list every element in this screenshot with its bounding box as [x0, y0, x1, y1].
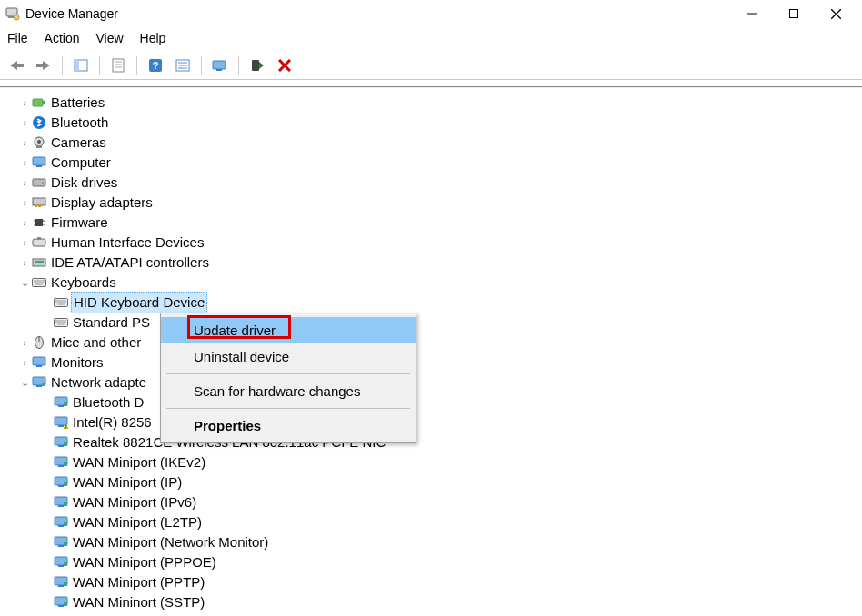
network-adapter-icon [53, 515, 69, 530]
tree-node-bluetooth[interactable]: ›Bluetooth [0, 113, 862, 133]
tree-node-kb-std[interactable]: Standard PS [0, 313, 862, 333]
tree-node-firmware[interactable]: ›Firmware [0, 213, 862, 233]
minimize-button[interactable] [731, 0, 773, 27]
tree-node-net-intel[interactable]: !Intel(R) 8256 [0, 412, 862, 432]
tree-node-ide[interactable]: ›IDE ATA/ATAPI controllers [0, 253, 862, 273]
tree-node-computer[interactable]: ›Computer [0, 153, 862, 173]
properties-icon[interactable] [107, 55, 129, 76]
tree-node-wan-sstp[interactable]: WAN Mininort (SSTP) [0, 592, 862, 612]
tree-node-label: HID Keyboard Device [74, 294, 205, 310]
svg-rect-45 [33, 239, 45, 246]
tree-node-wan-ikev2[interactable]: WAN Miniport (IKEv2) [0, 452, 862, 472]
tree-node-label: Batteries [51, 94, 105, 110]
svg-rect-39 [38, 205, 41, 207]
svg-rect-23 [252, 60, 259, 71]
svg-rect-66 [36, 385, 42, 387]
tree-node-display[interactable]: ›Display adapters [0, 193, 862, 213]
tree-node-label: Keyboards [51, 274, 116, 290]
svg-rect-33 [33, 157, 45, 165]
tree-node-label: WAN Miniport (Network Monitor) [73, 534, 268, 550]
svg-rect-86 [64, 502, 67, 506]
context-menu-update-driver[interactable]: Update driver [161, 317, 416, 343]
expand-icon[interactable]: › [18, 133, 31, 153]
svg-rect-70 [64, 402, 67, 406]
tree-node-kb-hid[interactable]: HID Keyboard Device [0, 293, 862, 313]
expand-icon[interactable]: › [18, 353, 31, 373]
network-adapter-icon [53, 435, 69, 450]
expand-icon[interactable]: › [18, 173, 31, 193]
menu-view[interactable]: View [95, 31, 123, 45]
chip-icon [31, 215, 47, 230]
tree-node-label: WAN Miniport (PPTP) [73, 574, 205, 590]
tree-node-network[interactable]: ⌄Network adapte [0, 373, 862, 392]
expand-icon[interactable]: › [18, 113, 31, 133]
svg-text:?: ? [153, 60, 159, 71]
enable-device-icon[interactable] [246, 55, 268, 76]
tree-node-wan-netmon[interactable]: WAN Miniport (Network Monitor) [0, 532, 862, 552]
svg-rect-95 [64, 562, 67, 566]
collapse-icon[interactable]: ⌄ [18, 373, 31, 392]
monitor-icon [31, 355, 47, 370]
tree-node-net-bt[interactable]: Bluetooth D [0, 392, 862, 412]
menu-file[interactable]: File [7, 31, 28, 45]
network-adapter-icon [53, 595, 69, 610]
tree-node-mice[interactable]: ›Mice and other [0, 333, 862, 353]
tree-node-net-realtek[interactable]: Realtek 8821CE Wireless LAN 802.11ac PCI… [0, 432, 862, 452]
tree-node-batteries[interactable]: ›Batteries [0, 93, 862, 113]
menu-action[interactable]: Action [45, 31, 80, 45]
svg-rect-38 [35, 205, 37, 207]
keyboard-icon [53, 295, 69, 310]
svg-rect-63 [33, 357, 45, 365]
tree-node-wan-ip[interactable]: WAN Miniport (IP) [0, 472, 862, 492]
context-menu-properties[interactable]: Properties [161, 412, 416, 439]
svg-rect-37 [33, 198, 45, 205]
svg-rect-64 [36, 365, 42, 367]
expand-icon[interactable]: › [18, 253, 31, 273]
tree-node-wan-l2tp[interactable]: WAN Miniport (L2TP) [0, 512, 862, 532]
network-adapter-icon [53, 575, 69, 590]
svg-rect-11 [113, 59, 124, 72]
app-icon [5, 6, 20, 21]
device-tree[interactable]: ›Batteries›Bluetooth›Cameras›Computer›Di… [0, 87, 862, 612]
maximize-button[interactable] [773, 0, 815, 27]
context-menu-scan-hardware[interactable]: Scan for hardware changes [161, 378, 416, 404]
network-adapter-icon [53, 555, 69, 570]
tree-node-label: Intel(R) 8256 [73, 414, 152, 430]
svg-rect-72 [58, 425, 64, 427]
close-button[interactable] [815, 0, 857, 27]
tree-node-diskdrives[interactable]: ›Disk drives [0, 173, 862, 193]
expand-icon[interactable]: › [18, 333, 31, 353]
forward-arrow-icon[interactable] [33, 55, 55, 76]
tree-node-monitors[interactable]: ›Monitors [0, 353, 862, 373]
network-adapter-icon [53, 395, 69, 410]
uninstall-device-icon[interactable] [274, 55, 296, 76]
scan-hardware-icon[interactable] [209, 55, 231, 76]
svg-rect-83 [64, 482, 67, 486]
action-options-icon[interactable] [172, 55, 194, 76]
tree-node-wan-ipv6[interactable]: WAN Miniport (IPv6) [0, 492, 862, 512]
expand-icon[interactable]: › [18, 153, 31, 173]
context-menu-uninstall-device[interactable]: Uninstall device [161, 343, 416, 370]
keyboard-icon [31, 275, 47, 290]
svg-marker-7 [10, 61, 24, 70]
menu-help[interactable]: Help [140, 31, 166, 45]
expand-icon[interactable]: › [18, 213, 31, 233]
svg-rect-34 [36, 165, 42, 167]
collapse-icon[interactable]: ⌄ [18, 273, 31, 293]
show-hide-console-tree-icon[interactable] [70, 55, 92, 76]
tree-node-label: Monitors [51, 354, 104, 370]
expand-icon[interactable]: › [18, 93, 31, 113]
help-icon[interactable]: ? [145, 55, 166, 76]
tree-node-cameras[interactable]: ›Cameras [0, 133, 862, 153]
svg-rect-79 [58, 465, 64, 467]
tree-node-hid[interactable]: ›Human Interface Devices [0, 233, 862, 253]
svg-point-36 [42, 182, 44, 184]
tree-node-wan-pppoe[interactable]: WAN Miniport (PPPOE) [0, 552, 862, 572]
tree-node-keyboards[interactable]: ⌄Keyboards [0, 273, 862, 293]
expand-icon[interactable]: › [18, 233, 31, 253]
tree-node-label: Disk drives [51, 174, 117, 190]
back-arrow-icon[interactable] [5, 55, 27, 76]
tree-node-label: Standard PS [73, 314, 150, 330]
expand-icon[interactable]: › [18, 193, 31, 213]
tree-node-wan-pptp[interactable]: WAN Miniport (PPTP) [0, 572, 862, 592]
